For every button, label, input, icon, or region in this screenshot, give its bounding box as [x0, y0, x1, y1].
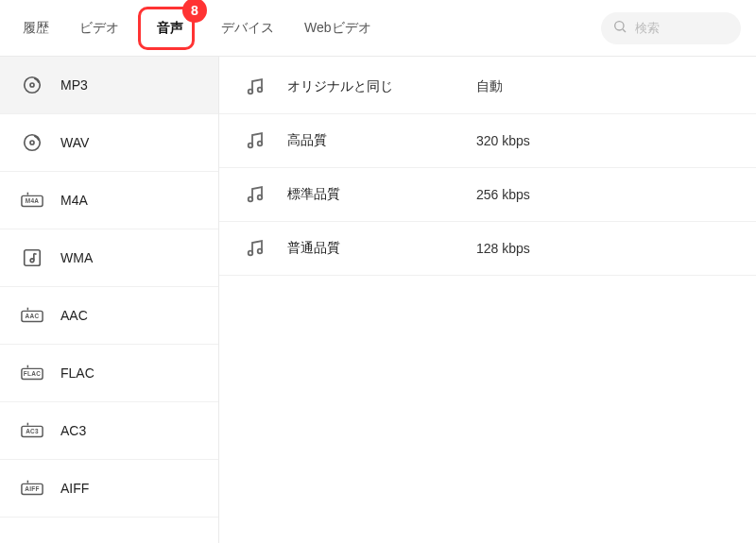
quality-label: 標準品質: [287, 186, 457, 203]
quality-label: オリジナルと同じ: [287, 78, 457, 95]
music-note-icon: [242, 183, 268, 206]
tabs: 履歴 ビデオ 音声 8 デバイス Webビデオ: [8, 10, 601, 46]
svg-point-27: [249, 197, 253, 202]
sidebar-item-label: WMA: [60, 250, 93, 265]
svg-point-30: [258, 249, 263, 254]
quality-label: 高品質: [287, 132, 457, 149]
sidebar-item-wav[interactable]: WAV: [0, 114, 218, 172]
svg-point-29: [249, 251, 253, 256]
format-sidebar: MP3 WAV M4A M4A WMA AAC AAC: [0, 57, 219, 543]
quality-bitrate: 256 kbps: [476, 187, 530, 202]
sidebar-item-flac[interactable]: FLAC FLAC: [0, 345, 218, 402]
svg-point-25: [249, 144, 253, 148]
flac-badge-icon: FLAC: [21, 362, 43, 384]
svg-text:M4A: M4A: [26, 197, 40, 204]
aac-badge-icon: AAC: [21, 304, 43, 327]
svg-point-0: [615, 21, 624, 29]
svg-text:AAC: AAC: [26, 313, 40, 319]
quality-list: オリジナルと同じ 自動 高品質 320 kbps 標準品質 256 kbps 普…: [219, 57, 756, 543]
quality-row[interactable]: 標準品質 256 kbps: [219, 168, 756, 222]
note-box-icon: [21, 246, 43, 269]
svg-point-10: [30, 259, 34, 263]
svg-rect-9: [25, 250, 41, 266]
svg-point-26: [258, 142, 263, 146]
sidebar-item-m4a[interactable]: M4A M4A: [0, 172, 218, 229]
tab-video[interactable]: ビデオ: [64, 10, 134, 46]
quality-row[interactable]: オリジナルと同じ 自動: [219, 60, 756, 114]
disc-icon: [21, 74, 43, 96]
sidebar-item-label: M4A: [60, 193, 88, 208]
svg-point-5: [30, 141, 34, 144]
sidebar-item-label: AAC: [60, 308, 88, 323]
sidebar-item-label: AC3: [60, 423, 86, 438]
sidebar-item-aac[interactable]: AAC AAC: [0, 287, 218, 345]
aiff-badge-icon: AIFF: [21, 477, 43, 500]
svg-line-1: [623, 29, 626, 32]
tab-history[interactable]: 履歴: [8, 10, 64, 46]
search-input[interactable]: [635, 21, 730, 35]
svg-text:AC3: AC3: [26, 428, 39, 434]
m4a-badge-icon: M4A: [21, 189, 43, 212]
sidebar-item-aiff[interactable]: AIFF AIFF: [0, 460, 218, 518]
svg-text:FLAC: FLAC: [24, 370, 41, 377]
music-note-icon: [242, 237, 268, 260]
quality-bitrate: 320 kbps: [476, 133, 530, 148]
svg-point-28: [258, 195, 263, 200]
search-field[interactable]: [601, 12, 741, 44]
tab-audio-label: 音声: [157, 20, 183, 35]
sidebar-item-ac3[interactable]: AC3 AC3: [0, 402, 218, 460]
sidebar-item-label: FLAC: [60, 365, 94, 381]
sidebar-item-label: MP3: [60, 77, 88, 93]
quality-row[interactable]: 高品質 320 kbps: [219, 114, 756, 168]
sidebar-item-label: AIFF: [60, 481, 89, 496]
tab-webvideo[interactable]: Webビデオ: [289, 10, 387, 46]
music-note-icon: [242, 129, 268, 152]
tab-audio[interactable]: 音声 8: [142, 10, 198, 46]
svg-point-24: [258, 88, 263, 93]
svg-text:AIFF: AIFF: [25, 485, 39, 492]
tab-device[interactable]: デバイス: [206, 10, 289, 46]
tab-badge: 8: [182, 0, 207, 23]
quality-bitrate: 自動: [476, 78, 503, 95]
disc-icon: [21, 131, 43, 154]
ac3-badge-icon: AC3: [21, 419, 43, 442]
quality-bitrate: 128 kbps: [476, 241, 530, 256]
sidebar-item-label: WAV: [60, 135, 89, 150]
music-note-icon: [242, 76, 268, 98]
svg-point-23: [249, 90, 253, 94]
quality-label: 普通品質: [287, 240, 457, 257]
svg-point-3: [30, 83, 34, 87]
quality-row[interactable]: 普通品質 128 kbps: [219, 222, 756, 276]
sidebar-item-wma[interactable]: WMA: [0, 229, 218, 287]
sidebar-item-mp3[interactable]: MP3: [0, 57, 218, 114]
search-icon: [612, 19, 627, 38]
